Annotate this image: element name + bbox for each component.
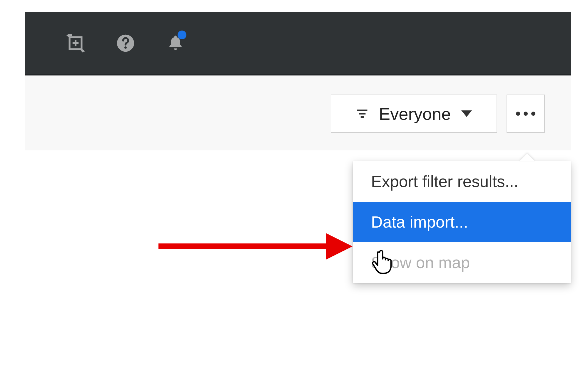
menu-item-export-filter-results[interactable]: Export filter results... — [353, 161, 571, 202]
svg-point-5 — [124, 46, 127, 49]
bell-icon[interactable] — [164, 32, 186, 54]
filter-dropdown[interactable]: Everyone — [331, 95, 497, 133]
filter-icon — [356, 104, 368, 124]
svg-rect-6 — [357, 110, 368, 111]
actions-menu: Export filter results... Data import... … — [353, 161, 571, 283]
toolbar-row: Everyone — [25, 74, 571, 150]
help-icon[interactable] — [114, 32, 136, 54]
menu-item-data-import[interactable]: Data import... — [353, 202, 571, 242]
chevron-down-icon — [461, 110, 472, 117]
menu-caret — [519, 154, 535, 161]
menu-item-label: Data import... — [371, 213, 468, 231]
svg-marker-10 — [326, 233, 353, 260]
notification-dot — [178, 31, 186, 39]
menu-item-label: Show on map — [371, 253, 470, 272]
topbar — [25, 12, 571, 74]
svg-rect-8 — [361, 116, 364, 118]
annotation-arrow — [158, 236, 353, 257]
menu-item-show-on-map: Show on map — [353, 242, 571, 283]
ellipsis-icon — [516, 112, 535, 116]
app-stage: Everyone Export filter results... Data i… — [25, 12, 571, 373]
menu-item-label: Export filter results... — [371, 172, 518, 191]
more-actions-button[interactable] — [507, 95, 545, 133]
add-swap-icon[interactable] — [64, 32, 86, 54]
svg-rect-7 — [359, 113, 366, 115]
filter-label: Everyone — [379, 104, 451, 124]
